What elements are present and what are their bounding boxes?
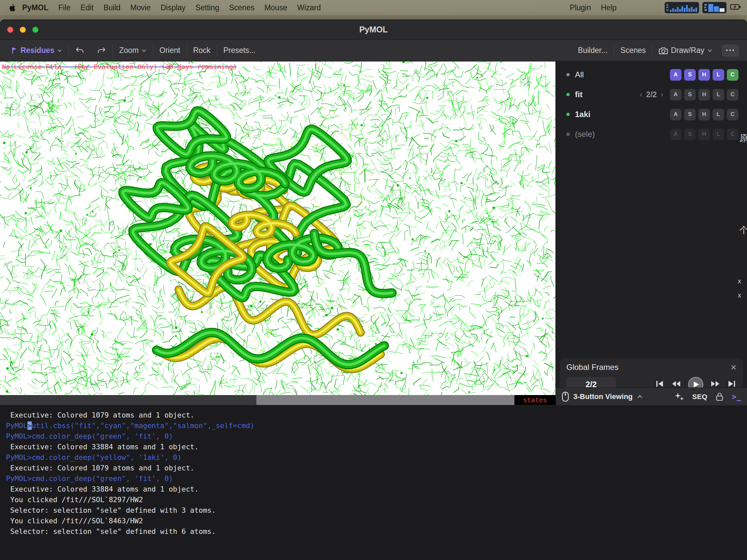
lock-icon[interactable] <box>715 392 724 401</box>
cpu-monitor[interactable]: CPU <box>665 2 699 13</box>
menu-display[interactable]: Display <box>155 0 190 15</box>
hide-button-H[interactable]: H <box>698 109 710 120</box>
object-row-1aki[interactable]: 1aki A S H L C <box>556 104 747 124</box>
menu-help[interactable]: Help <box>596 0 621 15</box>
label-button-L[interactable]: L <box>713 129 724 140</box>
scenes-button[interactable]: Scenes <box>614 40 652 61</box>
console-line: Selector: selection "sele" defined with … <box>6 526 747 537</box>
close-icon[interactable]: × <box>730 362 737 372</box>
label-button-L[interactable]: L <box>713 89 724 101</box>
scenes-label: Scenes <box>620 46 646 55</box>
states-indicator: states <box>514 395 556 405</box>
presets-button[interactable]: Presets... <box>217 40 262 61</box>
console-line: PyMOL>cmd.color_deep("yellow", '1aki', 0… <box>6 452 747 463</box>
action-button-A[interactable]: A <box>670 89 681 101</box>
selection-mode-button[interactable]: Residues <box>5 40 69 61</box>
menu-mouse[interactable]: Mouse <box>259 0 292 15</box>
object-row-sele[interactable]: (sele) A S H L C <box>556 124 747 144</box>
color-button-C[interactable]: C <box>727 89 739 101</box>
show-button-S[interactable]: S <box>684 109 696 120</box>
console-log: Executive: Colored 1079 atoms and 1 obje… <box>0 405 747 560</box>
selection-mode-label: Residues <box>21 46 54 55</box>
mem-monitor[interactable]: MEM <box>702 2 726 13</box>
hide-button-H[interactable]: H <box>698 89 710 101</box>
seq-toggle[interactable]: SEQ <box>692 393 707 401</box>
undo-icon <box>75 46 84 55</box>
menu-plugin[interactable]: Plugin <box>565 0 596 15</box>
chevron-down-icon <box>57 49 62 52</box>
redo-button[interactable] <box>91 40 112 61</box>
camera-icon <box>659 47 668 55</box>
skip-start-icon <box>655 379 664 388</box>
hide-button-H[interactable]: H <box>698 129 710 140</box>
menu-wizard[interactable]: Wizard <box>292 0 326 15</box>
states-label: states <box>523 396 547 404</box>
background-window-glyph: 个 <box>739 224 747 236</box>
menu-setting[interactable]: Setting <box>190 0 224 15</box>
console-line: PyMOL>cmd.color_deep("green", 'fit', 0) <box>6 431 747 442</box>
action-button-A[interactable]: A <box>670 69 681 81</box>
pymol-window: PyMOL Residues Zoom Orient Rock Pre <box>0 20 747 560</box>
menu-build[interactable]: Build <box>99 0 125 15</box>
sparkle-icon[interactable] <box>674 392 684 401</box>
apple-icon <box>9 4 16 12</box>
console-line: Executive: Colored 33884 atoms and 1 obj… <box>6 442 747 452</box>
show-button-S[interactable]: S <box>684 129 696 140</box>
toolbar: Residues Zoom Orient Rock Presets... Bui… <box>0 40 747 61</box>
scrollbar-track[interactable] <box>0 395 256 405</box>
menu-app-name[interactable]: PyMOL <box>19 0 53 15</box>
draw-ray-label: Draw/Ray <box>671 46 704 55</box>
object-dot <box>566 113 570 116</box>
chevron-down-icon <box>141 49 147 52</box>
show-button-S[interactable]: S <box>684 89 696 101</box>
menu-scenes[interactable]: Scenes <box>224 0 259 15</box>
orient-button[interactable]: Orient <box>153 40 187 61</box>
show-button-S[interactable]: S <box>684 69 696 81</box>
background-window-glyph: 原 <box>739 132 747 144</box>
object-panel: All A S H L C fit ‹ 2/2 › A S H <box>556 61 747 405</box>
chevron-up-icon[interactable] <box>637 395 643 399</box>
color-button-C[interactable]: C <box>727 129 739 140</box>
object-row-all[interactable]: All A S H L C <box>556 65 747 85</box>
molecule-canvas[interactable] <box>0 61 556 395</box>
builder-label: Builder... <box>578 46 608 55</box>
menu-file[interactable]: File <box>53 0 75 15</box>
color-button-C[interactable]: C <box>727 109 739 120</box>
color-button-C[interactable]: C <box>727 69 739 81</box>
zoom-button-toolbar[interactable]: Zoom <box>113 40 153 61</box>
draw-ray-button[interactable]: Draw/Ray <box>652 40 719 61</box>
label-button-L[interactable]: L <box>713 69 724 81</box>
fast-forward-icon <box>711 379 720 388</box>
apple-menu[interactable] <box>7 4 19 12</box>
next-state-button[interactable]: › <box>661 90 663 99</box>
background-window-mark: x <box>738 277 741 285</box>
scrollbar-thumb[interactable] <box>256 395 514 405</box>
title-bar[interactable]: PyMOL <box>0 20 747 40</box>
more-options-button[interactable]: ··· <box>722 44 739 57</box>
undo-button[interactable] <box>69 40 91 61</box>
mouse-mode-label[interactable]: 3-Button Viewing <box>573 392 633 401</box>
frames-panel-title: Global Frames <box>566 363 618 372</box>
object-dot <box>566 93 570 96</box>
action-button-A[interactable]: A <box>670 109 681 120</box>
label-button-L[interactable]: L <box>713 109 724 120</box>
object-row-fit[interactable]: fit ‹ 2/2 › A S H L C <box>556 85 747 104</box>
hide-button-H[interactable]: H <box>698 69 710 81</box>
console-line: Executive: Colored 1079 atoms and 1 obje… <box>6 410 747 421</box>
terminal-icon[interactable]: >_ <box>732 392 741 401</box>
battery-icon[interactable] <box>730 2 741 13</box>
viewport-3d: No License File - (For Evaluation Only) … <box>0 61 556 395</box>
rock-label: Rock <box>193 46 210 55</box>
prev-state-button[interactable]: ‹ <box>640 90 642 99</box>
console-line: You clicked /fit///SOL`8297/HW2 <box>6 495 747 505</box>
state-counter: 2/2 <box>646 90 657 99</box>
action-button-A[interactable]: A <box>670 129 681 140</box>
chevron-down-icon <box>707 49 712 52</box>
menu-movie[interactable]: Movie <box>125 0 155 15</box>
mem-label: MEM <box>704 4 706 11</box>
builder-button[interactable]: Builder... <box>572 40 614 61</box>
menu-edit[interactable]: Edit <box>75 0 99 15</box>
flag-icon <box>11 47 18 55</box>
rock-button[interactable]: Rock <box>187 40 217 61</box>
text-cursor: > <box>27 422 32 430</box>
